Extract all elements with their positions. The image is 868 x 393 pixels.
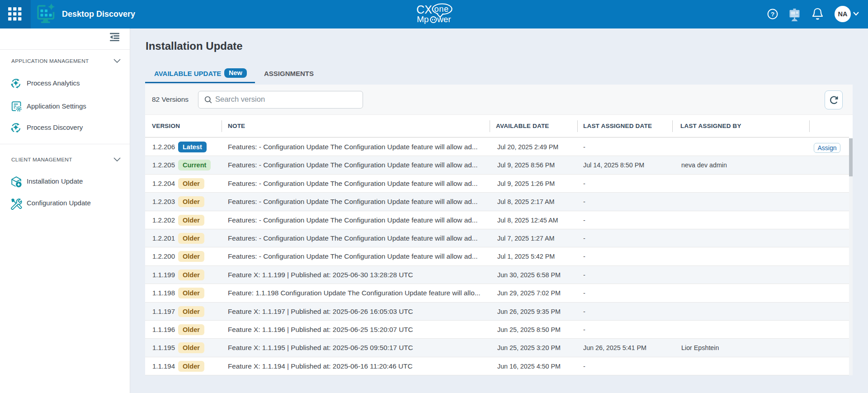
svg-text:wer: wer bbox=[437, 14, 451, 24]
svg-text:?: ? bbox=[771, 11, 774, 18]
svg-text:one: one bbox=[434, 5, 449, 14]
svg-text:Mp: Mp bbox=[417, 14, 429, 24]
svg-text:CX: CX bbox=[416, 3, 432, 16]
